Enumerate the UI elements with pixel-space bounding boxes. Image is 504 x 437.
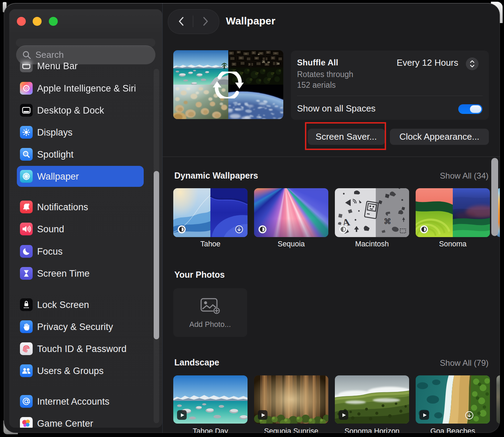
- svg-text:⌘: ⌘: [384, 217, 391, 226]
